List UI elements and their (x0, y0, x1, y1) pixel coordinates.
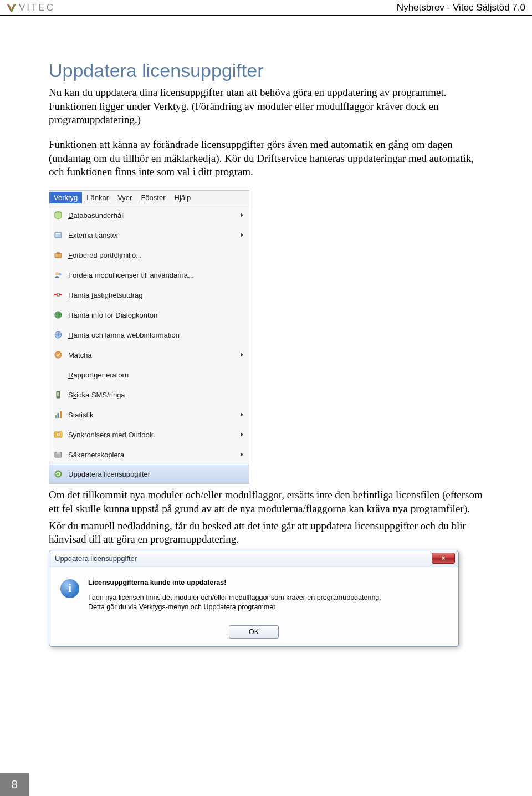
blank-icon (53, 369, 64, 380)
menu-item-label: Fördela modullicenser till användarna... (68, 271, 243, 279)
menu-top-fonster[interactable]: Fönster (136, 192, 170, 203)
menu-item-label: Statistik (68, 411, 236, 419)
menu-item-2[interactable]: Förbered portföljmiljö... (49, 245, 249, 265)
svg-point-22 (55, 471, 62, 477)
menu-item-4[interactable]: Hämta fastighetsutdrag (49, 285, 249, 305)
page-number: 8 (0, 773, 29, 796)
dialog-screenshot: Uppdatera licensuppgifter × i Licensuppg… (49, 550, 459, 647)
users-icon (53, 269, 64, 280)
menu-item-3[interactable]: Fördela modullicenser till användarna... (49, 265, 249, 285)
dialog-titlebar: Uppdatera licensuppgifter × (49, 550, 458, 567)
svg-rect-1 (55, 232, 62, 238)
svg-rect-7 (54, 294, 57, 295)
menu-item-6[interactable]: Hämta och lämna webbinformation (49, 325, 249, 345)
globe-icon (53, 309, 64, 320)
dialog-title: Uppdatera licensuppgifter (55, 554, 137, 563)
menu-top-lankar[interactable]: Länkar (82, 192, 113, 203)
dialog-buttons: OK (49, 621, 458, 646)
menu-item-label: Externa tjänster (68, 231, 236, 239)
chevron-right-icon (241, 353, 243, 357)
close-icon: × (441, 554, 445, 562)
paragraph-1: Nu kan du uppdatera dina licensuppgifter… (49, 86, 483, 127)
chart-icon (53, 409, 64, 420)
phone-icon (53, 389, 64, 400)
svg-rect-21 (57, 452, 60, 454)
logo: VITEC (7, 2, 55, 13)
menu-item-1[interactable]: Externa tjänster (49, 225, 249, 245)
menu-item-5[interactable]: Hämta info för Dialogkonton (49, 305, 249, 325)
dropdown-menu: DatabasunderhållExterna tjänsterFörbered… (49, 205, 249, 483)
svg-rect-14 (57, 392, 59, 396)
dialog-headline: Licensuppgifterna kunde inte uppdateras! (88, 578, 381, 588)
logo-text: VITEC (19, 2, 55, 13)
property-icon (53, 289, 64, 300)
page-header: VITEC Nyhetsbrev - Vitec Säljstöd 7.0 (0, 0, 532, 16)
svg-rect-8 (59, 294, 62, 295)
briefcase-icon (53, 249, 64, 261)
menu-item-8[interactable]: Rapportgeneratorn (49, 365, 249, 385)
menu-item-label: Matcha (68, 351, 236, 359)
menu-item-label: Säkerhetskopiera (68, 451, 236, 459)
menu-screenshot: Verktyg Länkar Vyer Fönster Hjälp Databa… (49, 190, 249, 484)
menu-item-label: Hämta och lämna webbinformation (68, 331, 243, 339)
svg-point-6 (59, 273, 62, 276)
database-icon (53, 210, 64, 221)
svg-rect-9 (57, 293, 59, 296)
menu-bar: Verktyg Länkar Vyer Fönster Hjälp (49, 191, 249, 205)
backup-icon (53, 449, 64, 460)
chevron-right-icon (241, 452, 243, 457)
menu-item-label: Skicka SMS/ringa (68, 391, 243, 399)
menu-item-label: Synkronisera med Outlook (68, 431, 236, 439)
menu-item-label: Rapportgeneratorn (68, 371, 243, 379)
menu-item-label: Databasunderhåll (68, 211, 236, 220)
dialog-line1: I den nya licensen finns det moduler och… (88, 593, 381, 603)
svg-rect-2 (56, 233, 60, 234)
menu-item-10[interactable]: Statistik (49, 405, 249, 425)
outlook-icon (53, 429, 64, 440)
menu-item-12[interactable]: Säkerhetskopiera (49, 445, 249, 465)
dialog-body: i Licensuppgifterna kunde inte uppdatera… (49, 567, 458, 621)
chevron-right-icon (241, 213, 243, 217)
svg-point-5 (55, 272, 59, 275)
paragraph-3: Om det tillkommit nya moduler och/eller … (49, 488, 483, 516)
page-content: Uppdatera licensuppgifter Nu kan du uppd… (0, 16, 532, 647)
menu-item-label: Förbered portföljmiljö... (68, 251, 243, 259)
menu-item-0[interactable]: Databasunderhåll (49, 205, 249, 225)
chevron-right-icon (241, 432, 243, 437)
web-icon (53, 329, 64, 340)
svg-rect-16 (58, 413, 59, 418)
svg-rect-17 (60, 411, 62, 418)
menu-item-13[interactable]: Uppdatera licensuppgifter (49, 465, 249, 483)
menu-item-11[interactable]: Synkronisera med Outlook (49, 425, 249, 445)
menu-top-verktyg[interactable]: Verktyg (49, 192, 82, 203)
paragraph-2: Funktionen att känna av förändrade licen… (49, 138, 483, 179)
page-title: Uppdatera licensuppgifter (49, 60, 483, 81)
menu-top-hjalp[interactable]: Hjälp (170, 192, 195, 203)
logo-mark-icon (7, 3, 16, 12)
menu-top-vyer[interactable]: Vyer (113, 192, 136, 203)
menu-item-7[interactable]: Matcha (49, 345, 249, 365)
close-button[interactable]: × (432, 553, 455, 564)
menu-item-9[interactable]: Skicka SMS/ringa (49, 385, 249, 405)
match-icon (53, 349, 64, 360)
update-icon (53, 468, 64, 479)
menu-item-label: Uppdatera licensuppgifter (68, 470, 243, 478)
svg-rect-15 (55, 415, 57, 418)
services-icon (53, 229, 64, 241)
chevron-right-icon (241, 412, 243, 417)
info-icon: i (60, 579, 79, 598)
dialog-message: Licensuppgifterna kunde inte uppdateras!… (88, 578, 381, 612)
menu-item-label: Hämta info för Dialogkonton (68, 311, 243, 319)
menu-item-label: Hämta fastighetsutdrag (68, 291, 243, 299)
chevron-right-icon (241, 233, 243, 237)
paragraph-4: Kör du manuell nedladdning, får du beske… (49, 519, 483, 547)
dialog-line2: Detta gör du via Verktygs-menyn och Uppd… (88, 603, 381, 612)
newsletter-title: Nyhetsbrev - Vitec Säljstöd 7.0 (397, 2, 525, 13)
ok-button[interactable]: OK (229, 625, 279, 639)
